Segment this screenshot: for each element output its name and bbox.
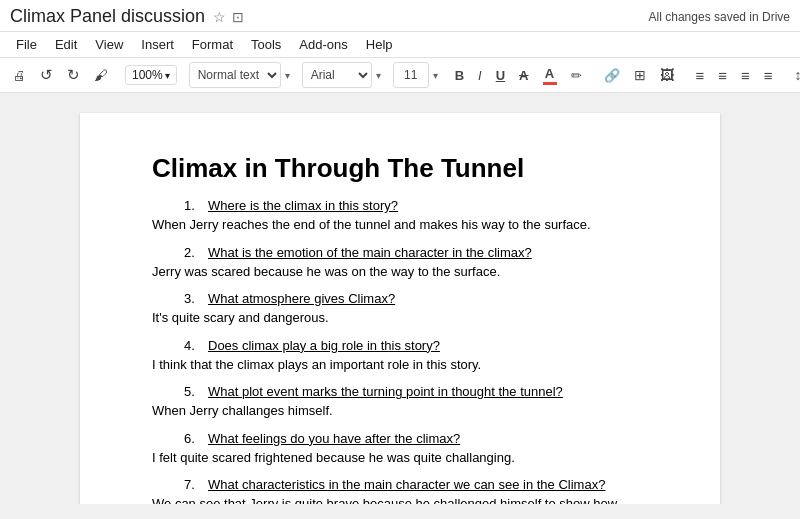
question-number-4: 4.: [184, 338, 204, 353]
fontsize-dropdown-icon: ▾: [433, 70, 438, 81]
document-page: Climax in Through The Tunnel 1. Where is…: [80, 113, 720, 504]
question-3: 3. What atmosphere gives Climax?: [184, 291, 648, 306]
question-number-2: 2.: [184, 245, 204, 260]
title-bar: Climax Panel discussion ☆ ⊡ All changes …: [0, 0, 800, 32]
zoom-selector[interactable]: 100% ▾: [125, 65, 177, 85]
zoom-dropdown-icon: ▾: [165, 70, 170, 81]
question-text-1: Where is the climax in this story?: [208, 198, 398, 213]
move-icon[interactable]: ⊡: [232, 9, 244, 25]
style-dropdown-icon: ▾: [285, 70, 290, 81]
question-1: 1. Where is the climax in this story?: [184, 198, 648, 213]
align-justify-button[interactable]: ≡: [759, 64, 778, 87]
qa-item-4: 4. Does climax play a big role in this s…: [152, 338, 648, 375]
underline-button[interactable]: U: [491, 64, 510, 86]
answer-7: We can see that Jerry is quite brave bec…: [152, 494, 648, 504]
qa-item-3: 3. What atmosphere gives Climax? It's qu…: [152, 291, 648, 328]
question-text-6: What feelings do you have after the clim…: [208, 431, 460, 446]
align-left-button[interactable]: ≡: [691, 64, 710, 87]
document-title[interactable]: Climax Panel discussion: [10, 6, 205, 27]
question-5: 5. What plot event marks the turning poi…: [184, 384, 648, 399]
qa-item-5: 5. What plot event marks the turning poi…: [152, 384, 648, 421]
style-selector[interactable]: Normal text Heading 1 Heading 2: [189, 62, 281, 88]
qa-item-7: 7. What characteristics in the main char…: [152, 477, 648, 504]
menu-bar: File Edit View Insert Format Tools Add-o…: [0, 32, 800, 58]
answer-2: Jerry was scared because he was on the w…: [152, 262, 648, 282]
undo-button[interactable]: ↺: [35, 63, 58, 87]
menu-format[interactable]: Format: [184, 34, 241, 55]
font-dropdown-icon: ▾: [376, 70, 381, 81]
align-center-button[interactable]: ≡: [713, 64, 732, 87]
question-text-3: What atmosphere gives Climax?: [208, 291, 395, 306]
line-spacing-button[interactable]: ↕: [790, 64, 800, 86]
question-number-3: 3.: [184, 291, 204, 306]
document-heading: Climax in Through The Tunnel: [152, 153, 648, 184]
menu-insert[interactable]: Insert: [133, 34, 182, 55]
question-4: 4. Does climax play a big role in this s…: [184, 338, 648, 353]
qa-item-1: 1. Where is the climax in this story? Wh…: [152, 198, 648, 235]
question-6: 6. What feelings do you have after the c…: [184, 431, 648, 446]
qa-item-6: 6. What feelings do you have after the c…: [152, 431, 648, 468]
question-text-2: What is the emotion of the main characte…: [208, 245, 532, 260]
question-7: 7. What characteristics in the main char…: [184, 477, 648, 492]
menu-tools[interactable]: Tools: [243, 34, 289, 55]
answer-4: I think that the climax plays an importa…: [152, 355, 648, 375]
star-icon[interactable]: ☆: [213, 9, 226, 25]
italic-button[interactable]: I: [473, 64, 487, 86]
qa-item-2: 2. What is the emotion of the main chara…: [152, 245, 648, 282]
menu-help[interactable]: Help: [358, 34, 401, 55]
question-number-1: 1.: [184, 198, 204, 213]
menu-file[interactable]: File: [8, 34, 45, 55]
question-number-6: 6.: [184, 431, 204, 446]
save-status: All changes saved in Drive: [649, 10, 790, 24]
comment-button[interactable]: ⊞: [629, 64, 651, 86]
question-text-4: Does climax play a big role in this stor…: [208, 338, 440, 353]
paint-format-button[interactable]: 🖌: [89, 64, 113, 86]
menu-edit[interactable]: Edit: [47, 34, 85, 55]
answer-text-7: We can see that Jerry is quite brave bec…: [152, 496, 617, 504]
answer-5: When Jerry challanges himself.: [152, 401, 648, 421]
print-button[interactable]: 🖨: [8, 65, 31, 86]
image-button[interactable]: 🖼: [655, 64, 679, 86]
answer-6: I felt quite scared frightened because h…: [152, 448, 648, 468]
link-button[interactable]: 🔗: [599, 65, 625, 86]
font-size-input[interactable]: [393, 62, 429, 88]
title-icons: ☆ ⊡: [213, 9, 244, 25]
question-text-7: What characteristics in the main charact…: [208, 477, 605, 492]
bold-button[interactable]: B: [450, 64, 469, 86]
align-right-button[interactable]: ≡: [736, 64, 755, 87]
font-color-icon: A: [543, 66, 557, 85]
question-2: 2. What is the emotion of the main chara…: [184, 245, 648, 260]
toolbar: 🖨 ↺ ↻ 🖌 100% ▾ Normal text Heading 1 Hea…: [0, 58, 800, 93]
font-color-button[interactable]: A: [538, 63, 562, 88]
font-selector[interactable]: Arial Times New Roman: [302, 62, 372, 88]
page-area: Climax in Through The Tunnel 1. Where is…: [0, 93, 800, 504]
menu-addons[interactable]: Add-ons: [291, 34, 355, 55]
question-number-5: 5.: [184, 384, 204, 399]
answer-1: When Jerry reaches the end of the tunnel…: [152, 215, 648, 235]
menu-view[interactable]: View: [87, 34, 131, 55]
question-number-7: 7.: [184, 477, 204, 492]
strikethrough-button[interactable]: A: [514, 65, 533, 86]
highlight-button[interactable]: ✏: [566, 65, 587, 86]
redo-button[interactable]: ↻: [62, 63, 85, 87]
answer-3: It's quite scary and dangerous.: [152, 308, 648, 328]
zoom-value: 100%: [132, 68, 163, 82]
question-text-5: What plot event marks the turning point …: [208, 384, 563, 399]
